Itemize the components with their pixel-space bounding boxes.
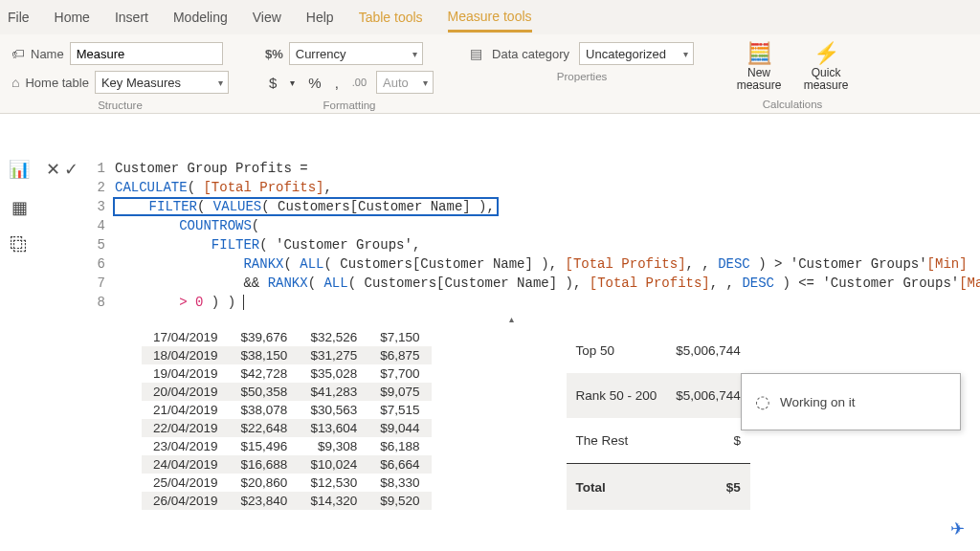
tab-measure-tools[interactable]: Measure tools [448,9,532,33]
thousands-separator-button[interactable]: , [331,75,343,91]
table-row[interactable]: 23/04/2019$15,496$9,308$6,188 [142,437,432,455]
group-label-structure: Structure [11,99,229,111]
view-switcher: 📊 ▦ ⿻ [0,153,38,255]
format-icon: $% [265,47,283,61]
spinner-icon: ◌ [755,391,770,412]
ribbon-group-structure: 🏷 Name ⌂ Home table Key Measures Structu… [11,42,229,111]
table-row[interactable]: The Rest$ [567,418,750,464]
data-category-dropdown[interactable]: Uncategorized [579,42,694,65]
table-row[interactable]: 20/04/2019$50,358$41,283$9,075 [142,383,432,401]
currency-symbol-button[interactable]: $ [265,75,280,91]
left-data-table[interactable]: 17/04/2019$39,676$32,526$7,15018/04/2019… [142,328,432,510]
table-row[interactable]: Top 50$5,006,744 [567,328,750,373]
table-row[interactable]: 21/04/2019$38,078$30,563$7,515 [142,401,432,419]
group-label-formatting: Formatting [265,99,434,111]
decimal-auto-dropdown[interactable]: Auto [376,71,434,94]
table-row[interactable]: 18/04/2019$38,150$31,275$6,875 [142,346,432,364]
data-category-label: Data category [492,47,569,61]
group-label-calculations: Calculations [730,99,855,110]
name-label: Name [31,47,64,61]
group-label-properties: Properties [470,71,694,82]
tab-insert[interactable]: Insert [115,10,148,25]
table-row[interactable]: 19/04/2019$42,728$35,028$7,700 [142,364,432,383]
tab-file[interactable]: File [8,10,30,25]
cancel-formula-button[interactable]: ✕ [46,159,60,180]
model-view-icon[interactable]: ⿻ [11,235,28,255]
ribbon: 🏷 Name ⌂ Home table Key Measures Structu… [0,34,980,114]
percent-button[interactable]: % [304,75,324,91]
commit-formula-button[interactable]: ✓ [64,159,78,180]
lightning-icon: ⚡ [813,42,839,65]
table-row[interactable]: 22/04/2019$22,648$13,604$9,044 [142,419,432,437]
format-dropdown[interactable]: Currency [289,42,423,65]
table-row[interactable]: 25/04/2019$20,860$12,530$8,330 [142,474,432,492]
working-toast: ◌ Working on it [741,373,961,430]
decimal-places-button[interactable]: .00 [348,77,370,88]
new-measure-button[interactable]: 🧮 New measure [730,42,788,93]
tab-home[interactable]: Home [55,10,90,25]
ribbon-tab-bar: File Home Insert Modeling View Help Tabl… [0,0,980,34]
ribbon-group-calculations: 🧮 New measure ⚡ Quick measure Calculatio… [730,42,855,111]
tab-modeling[interactable]: Modeling [173,10,228,25]
category-icon: ▤ [470,46,482,61]
table-row[interactable]: 26/04/2019$23,840$14,320$9,520 [142,492,432,510]
home-icon: ⌂ [11,75,19,90]
tab-table-tools[interactable]: Table tools [359,10,423,25]
tab-view[interactable]: View [253,10,281,25]
ribbon-group-formatting: $% Currency $▾ % , .00 Auto Formatting [265,42,434,111]
total-row[interactable]: Total$5 [567,464,750,510]
data-view-icon[interactable]: ▦ [11,197,28,218]
table-row[interactable]: 17/04/2019$39,676$32,526$7,150 [142,328,432,346]
formula-bar: ✕ ✓ 1Customer Group Profits =2CALCULATE(… [46,157,976,314]
working-toast-text: Working on it [780,395,856,409]
new-measure-label: New measure [737,67,782,92]
report-view-icon[interactable]: 📊 [9,159,30,180]
measure-name-input[interactable] [70,42,223,65]
quick-measure-button[interactable]: ⚡ Quick measure [797,42,855,93]
tag-icon: 🏷 [11,46,25,61]
table-row[interactable]: 24/04/2019$16,688$10,024$6,664 [142,455,432,474]
quick-measure-label: Quick measure [804,67,849,92]
calculator-icon: 🧮 [746,42,772,65]
ribbon-group-properties: ▤ Data category Uncategorized Properties [470,42,694,111]
tab-help[interactable]: Help [306,10,334,25]
formula-expand-handle[interactable]: ▴ [463,314,559,324]
right-summary-table[interactable]: Top 50$5,006,744Rank 50 - 200$5,006,744T… [567,328,750,510]
table-row[interactable]: Rank 50 - 200$5,006,744 [567,373,750,418]
work-area: ✕ ✓ 1Customer Group Profits =2CALCULATE(… [46,157,976,510]
home-table-label: Home table [25,76,88,90]
home-table-dropdown[interactable]: Key Measures [95,71,229,94]
formula-editor[interactable]: 1Customer Group Profits =2CALCULATE( [To… [86,157,980,314]
corner-logo-icon: ✈ [950,518,965,540]
chevron-down-icon[interactable]: ▾ [286,77,299,88]
